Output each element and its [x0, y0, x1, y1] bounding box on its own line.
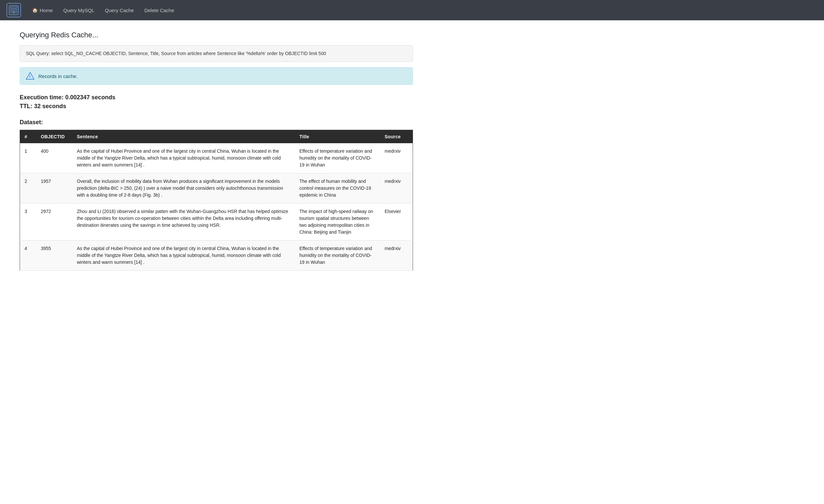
cache-alert-text: Records in cache. [38, 73, 78, 79]
col-objectid: OBJECTID [36, 130, 73, 143]
cell-num: 1 [20, 143, 36, 173]
cell-source: medrxiv [380, 240, 413, 271]
dataset-label: Dataset: [20, 119, 413, 126]
nav-query-cache[interactable]: Query Cache [100, 5, 138, 16]
nav-query-cache-label: Query Cache [105, 8, 134, 13]
nav-delete-cache-label: Delete Cache [144, 8, 174, 13]
brand-logo: R [7, 3, 21, 17]
brand: R [7, 3, 21, 17]
cell-title: Effects of temperature variation and hum… [295, 143, 380, 173]
cell-title: Effects of temperature variation and hum… [295, 240, 380, 271]
cache-alert: ! Records in cache. [20, 67, 413, 85]
cell-num: 3 [20, 203, 36, 240]
cell-source: medrxiv [380, 173, 413, 203]
cell-objectid: 2972 [36, 203, 73, 240]
nav-delete-cache[interactable]: Delete Cache [140, 5, 179, 16]
warning-icon: ! [26, 72, 34, 80]
col-sentence: Sentence [73, 130, 295, 143]
sql-query-box: SQL Query: select SQL_NO_CACHE OBJECTID,… [20, 45, 413, 62]
svg-text:!: ! [29, 75, 31, 79]
nav-home[interactable]: 🏠 Home [27, 5, 58, 16]
cell-sentence: Overall, the inclusion of mobility data … [73, 173, 295, 203]
results-table: # OBJECTID Sentence Title Source 1 400 A… [20, 130, 413, 271]
nav-home-label: Home [40, 8, 53, 13]
table-header: # OBJECTID Sentence Title Source [20, 130, 413, 143]
table-row: 4 3955 As the capital of Hubei Province … [20, 240, 413, 271]
execution-time: Execution time: 0.002347 seconds [20, 94, 413, 101]
cell-source: medrxiv [380, 143, 413, 173]
nav-links: 🏠 Home Query MySQL Query Cache Delete Ca… [27, 5, 179, 16]
navbar: R 🏠 Home Query MySQL Query Cache Delete … [0, 0, 824, 20]
table-row: 2 1957 Overall, the inclusion of mobilit… [20, 173, 413, 203]
stats-section: Execution time: 0.002347 seconds TTL: 32… [20, 94, 413, 110]
col-source: Source [380, 130, 413, 143]
main-content: Querying Redis Cache... SQL Query: selec… [0, 20, 433, 281]
col-title: Title [295, 130, 380, 143]
cell-title: The impact of high-speed railway on tour… [295, 203, 380, 240]
table-row: 1 400 As the capital of Hubei Province a… [20, 143, 413, 173]
cell-objectid: 3955 [36, 240, 73, 271]
home-icon: 🏠 [32, 8, 38, 13]
nav-query-mysql[interactable]: Query MySQL [59, 5, 99, 16]
cell-objectid: 1957 [36, 173, 73, 203]
table-row: 3 2972 Zhou and Li (2018) observed a sim… [20, 203, 413, 240]
cell-objectid: 400 [36, 143, 73, 173]
svg-text:R: R [13, 11, 15, 14]
cell-sentence: As the capital of Hubei Province and one… [73, 143, 295, 173]
svg-rect-2 [10, 9, 17, 10]
col-num: # [20, 130, 36, 143]
cell-sentence: As the capital of Hubei Province and one… [73, 240, 295, 271]
nav-query-mysql-label: Query MySQL [63, 8, 94, 13]
svg-rect-1 [10, 7, 17, 8]
cell-num: 2 [20, 173, 36, 203]
cell-source: Elsevier [380, 203, 413, 240]
cell-title: The effect of human mobility and control… [295, 173, 380, 203]
ttl: TTL: 32 seconds [20, 103, 413, 110]
cell-num: 4 [20, 240, 36, 271]
cell-sentence: Zhou and Li (2018) observed a similar pa… [73, 203, 295, 240]
table-body: 1 400 As the capital of Hubei Province a… [20, 143, 413, 271]
page-title: Querying Redis Cache... [20, 31, 413, 39]
